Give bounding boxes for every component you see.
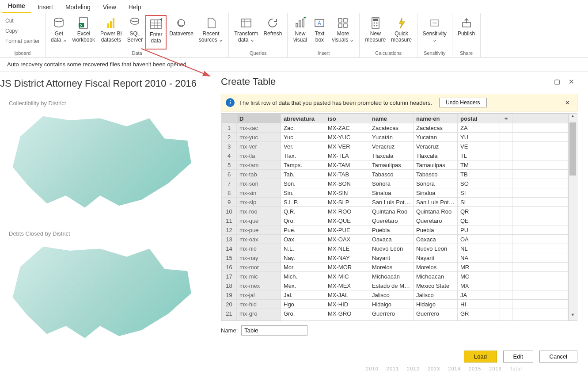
cell[interactable]: MX (458, 281, 500, 290)
cell[interactable]: Veracruz (413, 142, 458, 151)
cell[interactable]: NA (458, 253, 500, 263)
row-number[interactable]: 6 (222, 170, 237, 179)
cell[interactable]: Mor. (281, 263, 325, 272)
get-data-button[interactable]: Get data ⌄ (48, 15, 70, 50)
cell[interactable]: Estado de Méxi… (369, 281, 413, 290)
cell[interactable]: mx-oax (237, 235, 281, 244)
cell[interactable]: Tlaxcala (413, 151, 458, 160)
cell[interactable]: OA (458, 235, 500, 244)
powerbi-datasets-button[interactable]: Power BI datasets (98, 15, 125, 50)
cell[interactable]: Oax. (281, 235, 325, 244)
data-table[interactable]: Dabreviaturaisonamename-enpostal+ 1mx-za… (221, 114, 568, 321)
row-number[interactable]: 22 (222, 318, 237, 321)
table-row[interactable]: 7mx-sonSon.MX-SONSonoraSonoraSO (222, 179, 568, 188)
cell[interactable]: mx-mic (237, 272, 281, 281)
cell[interactable]: Pue. (281, 225, 325, 235)
cell[interactable]: mx-tla (237, 151, 281, 160)
cell[interactable]: mx-jal (237, 290, 281, 300)
tab-help[interactable]: Help (122, 1, 148, 13)
cell[interactable]: MX-ROO (325, 207, 369, 216)
cell[interactable]: Nuevo León (369, 244, 413, 253)
cell[interactable]: SO (458, 179, 500, 188)
cell[interactable]: Yuc. (281, 133, 325, 142)
cell[interactable]: Zac. (281, 123, 325, 133)
cell[interactable]: Yucatán (369, 133, 413, 142)
add-column-button[interactable]: + (500, 114, 512, 123)
cell[interactable]: Zacatecas (413, 123, 458, 133)
cell[interactable]: Michoacan (413, 272, 458, 281)
cell[interactable]: Mich. (281, 272, 325, 281)
row-number[interactable]: 5 (222, 160, 237, 170)
table-row[interactable]: 13mx-oaxOax.MX-OAXOaxacaOaxacaOA (222, 235, 568, 244)
row-number[interactable]: 16 (222, 263, 237, 272)
cell[interactable]: Morelos (413, 263, 458, 272)
refresh-button[interactable]: Refresh (261, 15, 285, 50)
cell[interactable]: Sinaloa (413, 188, 458, 198)
cell[interactable]: San Luis Potosi (413, 198, 458, 207)
column-header[interactable]: postal (458, 114, 500, 123)
table-row[interactable]: 16mx-morMor.MX-MORMorelosMorelosMR (222, 263, 568, 272)
cell[interactable]: Sinaloa (369, 188, 413, 198)
row-number[interactable]: 15 (222, 253, 237, 263)
table-row[interactable]: 4mx-tlaTlax.MX-TLATlaxcalaTlaxcalaTL (222, 151, 568, 160)
table-row[interactable]: 21mx-groGro.MX-GROGuerreroGuerreroGR (222, 309, 568, 318)
cell[interactable]: Sin. (281, 188, 325, 198)
row-number[interactable]: 7 (222, 179, 237, 188)
tab-view[interactable]: View (97, 1, 122, 13)
cell[interactable]: mx-gua (237, 318, 281, 321)
recent-sources-button[interactable]: Recent sources ⌄ (196, 15, 226, 50)
row-number[interactable]: 17 (222, 272, 237, 281)
cell[interactable]: MX-MEX (325, 281, 369, 290)
table-row[interactable]: 3mx-verVer.MX-VERVeracruzVeracruzVE (222, 142, 568, 151)
cell[interactable]: Jalisco (369, 290, 413, 300)
column-header[interactable]: name-en (413, 114, 458, 123)
row-number[interactable]: 10 (222, 207, 237, 216)
cell[interactable]: MX-TLA (325, 151, 369, 160)
cancel-button[interactable]: Cancel (539, 351, 577, 363)
cell[interactable]: MX-HID (325, 300, 369, 309)
cell[interactable]: Nay. (281, 253, 325, 263)
cell[interactable]: Méx. (281, 281, 325, 290)
table-row[interactable]: 2mx-yucYuc.MX-YUCYucatánYucatanYU (222, 133, 568, 142)
maximize-icon[interactable]: ▢ (551, 78, 563, 86)
cell[interactable]: Tlax. (281, 151, 325, 160)
sql-server-button[interactable]: SQL Server (125, 15, 145, 50)
cell[interactable]: Gro. (281, 309, 325, 318)
cell[interactable]: MX-NAY (325, 253, 369, 263)
map-visual-1[interactable] (9, 110, 199, 212)
copy-button[interactable]: Copy (3, 26, 20, 36)
cell[interactable]: MX-TAB (325, 170, 369, 179)
cell[interactable]: Veracruz (369, 142, 413, 151)
cell[interactable]: Oaxaca (413, 235, 458, 244)
cell[interactable]: MX-JAL (325, 290, 369, 300)
row-number[interactable]: 13 (222, 235, 237, 244)
table-row[interactable]: 22mx-guaGto.MX-GUAGuanajuatoGuanajuatoGT (222, 318, 568, 321)
row-number[interactable]: 8 (222, 188, 237, 198)
cell[interactable]: mx-tam (237, 160, 281, 170)
tab-modeling[interactable]: Modeling (59, 1, 97, 13)
cell[interactable]: GT (458, 318, 500, 321)
cell[interactable]: SI (458, 188, 500, 198)
cell[interactable]: Yucatan (413, 133, 458, 142)
cell[interactable]: GR (458, 309, 500, 318)
cell[interactable]: MX-MOR (325, 263, 369, 272)
table-row[interactable]: 17mx-micMich.MX-MICMichoacánMichoacanMC (222, 272, 568, 281)
cell[interactable]: Queretaro (413, 216, 458, 225)
map-visual-2[interactable] (9, 240, 199, 342)
cell[interactable]: ZA (458, 123, 500, 133)
table-row[interactable]: 8mx-sinSin.MX-SINSinaloaSinaloaSI (222, 188, 568, 198)
cell[interactable]: YU (458, 133, 500, 142)
close-icon[interactable]: ✕ (565, 78, 577, 86)
cell[interactable]: Guanajuato (413, 318, 458, 321)
cell[interactable]: Tamaulipas (413, 160, 458, 170)
cell[interactable]: MX-PUE (325, 225, 369, 235)
excel-workbook-button[interactable]: XExcel workbook (70, 15, 98, 50)
cell[interactable]: mx-roo (237, 207, 281, 216)
info-close-icon[interactable]: ✕ (562, 99, 573, 106)
undo-headers-button[interactable]: Undo Headers (439, 98, 486, 107)
cell[interactable]: MX-SON (325, 179, 369, 188)
cell[interactable]: mx-hid (237, 300, 281, 309)
cell[interactable]: Tlaxcala (369, 151, 413, 160)
cell[interactable]: Nuevo Leon (413, 244, 458, 253)
row-number[interactable]: 12 (222, 225, 237, 235)
